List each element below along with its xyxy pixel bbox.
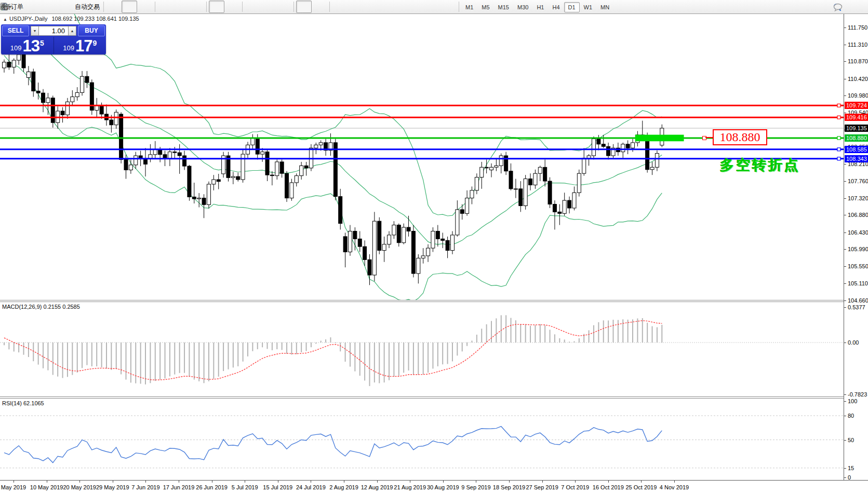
price-tick	[844, 215, 846, 215]
date-label: 18 Sep 2019	[493, 484, 525, 490]
price-tick-label: 111.310	[848, 42, 867, 48]
date-label: 26 Jun 2019	[196, 484, 228, 490]
zoom-in-button[interactable]	[157, 1, 173, 13]
indicators-menu-button[interactable]	[245, 1, 260, 13]
volume-decrease-button[interactable]: ▼	[31, 26, 39, 36]
date-tick	[47, 481, 47, 483]
price-tick	[844, 61, 846, 62]
equidistant-channel-button[interactable]: E	[379, 1, 394, 13]
price-tick	[844, 113, 846, 113]
text-button[interactable]: A	[410, 1, 425, 13]
timeframe-m15[interactable]: M15	[494, 2, 513, 12]
sell-button[interactable]: SELL	[2, 25, 29, 36]
collapse-icon[interactable]: ▲	[3, 17, 7, 22]
date-tick	[245, 481, 245, 483]
buy-price-point: 9	[92, 39, 97, 47]
timeframe-h1[interactable]: H1	[532, 2, 548, 12]
highlight-rectangle[interactable]	[635, 135, 684, 142]
vertical-line-button[interactable]	[332, 1, 348, 13]
horizontal-line-button[interactable]	[348, 1, 363, 13]
macd-axis-tick	[844, 307, 846, 308]
price-axis[interactable]: 111.750111.310110.870110.420109.980109.5…	[844, 14, 868, 480]
price-tick-label: 107.760	[848, 178, 868, 184]
date-tick	[344, 481, 344, 483]
price-tick	[844, 232, 846, 233]
tile-windows-button[interactable]	[189, 1, 204, 13]
templates-menu-button[interactable]	[276, 1, 291, 13]
timeframe-m5[interactable]: M5	[477, 2, 493, 12]
buy-price[interactable]: 109 17 9	[54, 37, 106, 54]
date-tick	[179, 481, 179, 483]
price-badge: 108.880	[845, 134, 868, 142]
auto-scroll-button[interactable]	[209, 1, 224, 13]
panel-separator[interactable]	[0, 302, 844, 302]
arrows-menu-button[interactable]	[441, 1, 457, 13]
one-click-prices: 109 13 5 109 17 9	[1, 37, 106, 54]
support-button[interactable]	[56, 1, 72, 13]
date-label: 20 May 2019	[63, 484, 96, 490]
buy-button[interactable]: BUY	[78, 25, 105, 36]
timeframe-mn[interactable]: MN	[596, 2, 613, 12]
volume-increase-button[interactable]: ▲	[68, 26, 76, 36]
news-button[interactable]	[25, 1, 41, 13]
panel-separator[interactable]	[0, 300, 844, 300]
cursor-button[interactable]	[296, 1, 312, 13]
date-label: 9 Sep 2019	[461, 484, 490, 490]
level-price-callout[interactable]: 108.880	[713, 129, 767, 145]
market-watch-button[interactable]	[41, 1, 56, 13]
panel-separator[interactable]	[0, 396, 844, 397]
price-tick-label: 105.550	[848, 263, 868, 269]
price-tick	[844, 300, 846, 301]
chart-shift-button[interactable]	[224, 1, 240, 13]
chat-button[interactable]	[848, 1, 864, 13]
candlestick-chart-button[interactable]	[122, 1, 137, 13]
separator	[103, 2, 104, 12]
date-tick	[575, 481, 576, 483]
date-tick	[674, 481, 675, 483]
date-axis[interactable]: May 201910 May 201920 May 201929 May 201…	[0, 480, 868, 493]
panel-separator[interactable]	[0, 398, 844, 399]
price-tick-label: 106.430	[848, 229, 868, 236]
fibonacci-button[interactable]: F	[394, 1, 410, 13]
date-tick	[542, 481, 543, 483]
timeframe-m30[interactable]: M30	[513, 2, 532, 12]
price-badge: 108.585	[845, 146, 868, 153]
price-chart[interactable]	[0, 14, 844, 300]
timeframe-m1[interactable]: M1	[461, 2, 477, 12]
periods-menu-button[interactable]	[260, 1, 276, 13]
timeframe-w1[interactable]: W1	[580, 2, 597, 12]
macd-histogram	[4, 315, 662, 386]
macd-label: MACD(12,26,9) 0.2155 0.2585	[2, 304, 80, 310]
bar-chart-button[interactable]	[106, 1, 122, 13]
sell-price[interactable]: 109 13 5	[1, 37, 54, 54]
date-label: 10 May 2019	[30, 484, 63, 490]
date-label: 29 May 2019	[96, 484, 129, 490]
turning-point-annotation[interactable]: 多空转折点	[720, 156, 800, 174]
timeframe-h4[interactable]: H4	[548, 2, 564, 12]
callout-leader-line	[705, 137, 713, 138]
sell-price-point: 5	[40, 39, 44, 47]
macd-panel[interactable]	[0, 302, 844, 396]
volume-input[interactable]: 1.00	[39, 26, 68, 36]
rsi-value: 62.1065	[23, 400, 44, 406]
date-tick	[145, 481, 146, 483]
separator	[206, 2, 207, 12]
date-label: 25 Oct 2019	[625, 484, 657, 490]
price-tick-label: 110.870	[848, 58, 868, 64]
rsi-panel[interactable]	[0, 399, 844, 480]
date-label: 15 Jul 2019	[263, 484, 292, 490]
trendline-button[interactable]	[363, 1, 379, 13]
date-tick	[113, 481, 113, 483]
crosshair-button[interactable]	[312, 1, 327, 13]
date-label: May 2019	[1, 484, 26, 490]
price-tick-label: 105.110	[848, 280, 868, 286]
rsi-axis-tick	[844, 416, 846, 416]
separator	[459, 2, 459, 12]
timeframe-d1[interactable]: D1	[564, 2, 580, 12]
line-chart-button[interactable]	[137, 1, 153, 13]
autotrading-button[interactable]: 自动交易	[72, 1, 101, 13]
rsi-label: RSI(14) 62.1065	[2, 400, 44, 406]
zoom-out-button[interactable]	[173, 1, 189, 13]
text-label-button[interactable]: T	[425, 1, 441, 13]
buy-price-big-figure: 109	[63, 44, 74, 52]
